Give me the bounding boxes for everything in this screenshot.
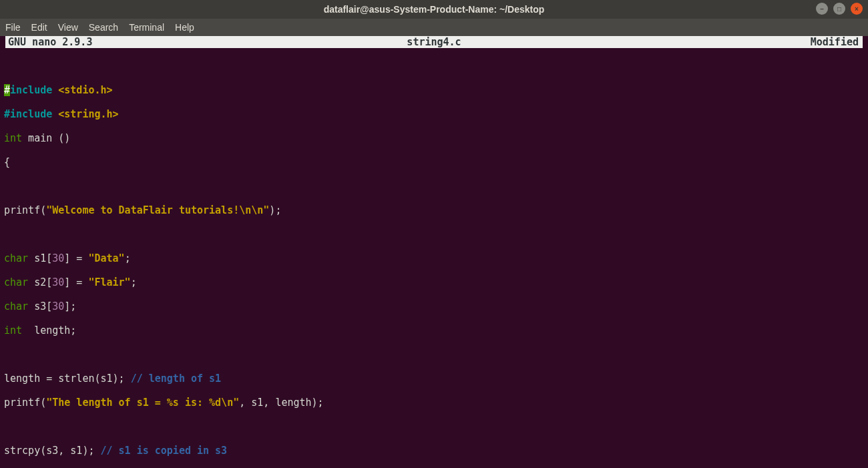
code-line: { [4,156,864,168]
menu-view[interactable]: View [58,22,78,33]
code-line: printf("The length of s1 = %s is: %d\n",… [4,397,864,409]
menu-edit[interactable]: Edit [31,22,47,33]
code-line: char s1[30] = "Data"; [4,252,864,264]
nano-brand: GNU nano 2.9.3 [8,36,92,48]
code-line-blank [4,180,864,192]
code-line-blank [4,348,864,361]
cursor: # [4,84,10,96]
code-line: char s2[30] = "Flair"; [4,276,864,288]
menu-file[interactable]: File [5,22,21,33]
code-line: char s3[30]; [4,300,864,312]
code-line: printf("Welcome to DataFlair tutorials!\… [4,204,864,216]
menu-terminal[interactable]: Terminal [129,22,164,33]
code-line-blank [4,228,864,240]
minimize-icon[interactable]: – [816,3,828,15]
code-line: int main () [4,132,864,144]
nano-filename: string4.c [407,36,461,48]
menu-help[interactable]: Help [175,22,194,33]
code-line-blank [4,60,864,72]
window-controls: – □ × [816,3,863,15]
code-line: length = strlen(s1); // length of s1 [4,373,864,385]
code-line: strcpy(s3, s1); // s1 is copied in s3 [4,445,864,457]
editor-area[interactable]: #include <stdio.h> #include <string.h> i… [1,48,867,468]
maximize-icon[interactable]: □ [833,3,845,15]
titlebar: dataflair@asus-System-Product-Name: ~/De… [0,0,868,19]
code-line: int length; [4,324,864,336]
code-line: #include <stdio.h> [4,84,864,96]
code-line-blank [4,421,864,433]
code-line: #include <string.h> [4,108,864,120]
close-icon[interactable]: × [851,3,863,15]
menu-search[interactable]: Search [89,22,118,33]
menubar: File Edit View Search Terminal Help [0,19,868,36]
window-title: dataflair@asus-System-Product-Name: ~/De… [324,4,545,15]
nano-header: GNU nano 2.9.3 string4.c Modified [5,36,863,48]
nano-modified: Modified [811,36,859,48]
